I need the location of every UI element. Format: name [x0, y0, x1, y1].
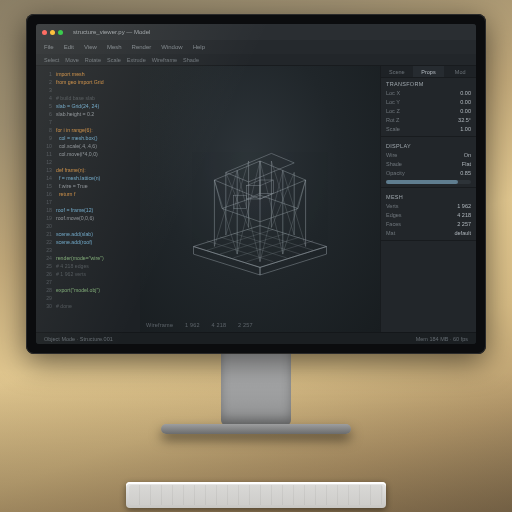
property-row[interactable]: Loc Y0.00 — [381, 97, 476, 106]
svg-line-5 — [233, 237, 300, 258]
property-row[interactable]: Matdefault — [381, 228, 476, 237]
monitor-bezel: structure_viewer.py — Model File Edit Vi… — [26, 14, 486, 354]
viewport-faces: 2 257 — [238, 322, 253, 328]
code-editor[interactable]: 1import mesh2from geo import Grid34# bui… — [36, 66, 140, 332]
code-line[interactable]: 29 — [40, 294, 136, 302]
monitor-foot — [161, 424, 351, 434]
code-line[interactable]: 28export("model.obj") — [40, 286, 136, 294]
menu-edit[interactable]: Edit — [64, 44, 74, 50]
code-line[interactable]: 9 col = mesh.box() — [40, 134, 136, 142]
svg-line-3 — [207, 229, 273, 250]
property-row[interactable]: Edges4 218 — [381, 210, 476, 219]
window-controls — [42, 30, 63, 35]
close-icon[interactable] — [42, 30, 47, 35]
property-row[interactable]: Scale1.00 — [381, 124, 476, 133]
menubar: File Edit View Mesh Render Window Help — [36, 40, 476, 54]
panel-section-title: Transform — [381, 78, 476, 88]
svg-line-7 — [247, 229, 314, 250]
code-line[interactable]: 10 col.scale(.4,.4,6) — [40, 142, 136, 150]
toolbar: Select Move Rotate Scale Extrude Wirefra… — [36, 54, 476, 66]
code-line[interactable]: 5slab = Grid(24, 24) — [40, 102, 136, 110]
tool-scale[interactable]: Scale — [107, 57, 121, 63]
menu-help[interactable]: Help — [193, 44, 205, 50]
panel-section-title: Mesh — [381, 191, 476, 201]
minimize-icon[interactable] — [50, 30, 55, 35]
svg-line-8 — [233, 233, 300, 254]
titlebar: structure_viewer.py — Model — [36, 24, 476, 40]
svg-line-4 — [220, 233, 287, 254]
tool-rotate[interactable]: Rotate — [85, 57, 101, 63]
code-line[interactable]: 15 f.wire = True — [40, 182, 136, 190]
statusbar: Object Mode · Structure.001 Mem 184 MB ·… — [36, 332, 476, 344]
menu-window[interactable]: Window — [161, 44, 182, 50]
menu-view[interactable]: View — [84, 44, 97, 50]
property-row[interactable]: Rot Z32.5° — [381, 115, 476, 124]
code-line[interactable]: 30# done — [40, 302, 136, 310]
code-line[interactable]: 17 — [40, 198, 136, 206]
code-line[interactable]: 27 — [40, 278, 136, 286]
code-line[interactable]: 6slab.height = 0.2 — [40, 110, 136, 118]
panel-tabs: Scene Props Mod — [381, 66, 476, 78]
code-line[interactable]: 19roof.move(0,0,6) — [40, 214, 136, 222]
window-title: structure_viewer.py — Model — [73, 29, 150, 35]
svg-line-10 — [207, 241, 273, 262]
viewport-edges: 4 218 — [211, 322, 226, 328]
code-line[interactable]: 1import mesh — [40, 70, 136, 78]
code-line[interactable]: 3 — [40, 86, 136, 94]
maximize-icon[interactable] — [58, 30, 63, 35]
code-line[interactable]: 23 — [40, 246, 136, 254]
property-row[interactable]: Loc Z0.00 — [381, 106, 476, 115]
svg-line-9 — [220, 237, 287, 258]
code-line[interactable]: 20 — [40, 222, 136, 230]
code-line[interactable]: 13def frame(n): — [40, 166, 136, 174]
tab-mod[interactable]: Mod — [444, 66, 476, 77]
tool-move[interactable]: Move — [65, 57, 78, 63]
content-area: 1import mesh2from geo import Grid34# bui… — [36, 66, 476, 332]
code-line[interactable]: 2from geo import Grid — [40, 78, 136, 86]
menu-mesh[interactable]: Mesh — [107, 44, 122, 50]
code-line[interactable]: 14 f = mesh.lattice(n) — [40, 174, 136, 182]
code-line[interactable]: 4# build base slab — [40, 94, 136, 102]
menu-render[interactable]: Render — [132, 44, 152, 50]
code-line[interactable]: 12 — [40, 158, 136, 166]
status-right: Mem 184 MB · 60 fps — [416, 336, 468, 342]
code-line[interactable]: 21scene.add(slab) — [40, 230, 136, 238]
tool-select[interactable]: Select — [44, 57, 59, 63]
code-line[interactable]: 7 — [40, 118, 136, 126]
tool-shade[interactable]: Shade — [183, 57, 199, 63]
code-line[interactable]: 8for i in range(6): — [40, 126, 136, 134]
app-window: structure_viewer.py — Model File Edit Vi… — [36, 24, 476, 344]
property-row[interactable]: Opacity0.85 — [381, 168, 476, 177]
code-line[interactable]: 22scene.add(roof) — [40, 238, 136, 246]
property-row[interactable]: Verts1 962 — [381, 201, 476, 210]
menu-file[interactable]: File — [44, 44, 54, 50]
wireframe-model-icon — [165, 104, 355, 294]
property-row[interactable]: Faces2 257 — [381, 219, 476, 228]
svg-line-6 — [247, 241, 314, 262]
property-row[interactable]: ShadeFlat — [381, 159, 476, 168]
monitor-stand — [221, 352, 291, 426]
properties-panel: Scene Props Mod TransformLoc X0.00Loc Y0… — [380, 66, 476, 332]
keyboard — [126, 482, 386, 508]
status-left: Object Mode · Structure.001 — [44, 336, 113, 342]
code-line[interactable]: 25# 4 218 edges — [40, 262, 136, 270]
panel-section-title: Display — [381, 140, 476, 150]
viewport-stats: Wireframe 1 962 4 218 2 257 — [146, 322, 263, 328]
property-row[interactable]: Loc X0.00 — [381, 88, 476, 97]
opacity-slider[interactable] — [386, 180, 471, 184]
tab-props[interactable]: Props — [413, 66, 445, 77]
viewport-verts: 1 962 — [185, 322, 200, 328]
code-line[interactable]: 11 col.move(i*4,0,0) — [40, 150, 136, 158]
3d-viewport[interactable]: Wireframe 1 962 4 218 2 257 — [140, 66, 380, 332]
tool-wire[interactable]: Wireframe — [152, 57, 177, 63]
property-row[interactable]: WireOn — [381, 150, 476, 159]
viewport-mode: Wireframe — [146, 322, 173, 328]
tool-extrude[interactable]: Extrude — [127, 57, 146, 63]
code-line[interactable]: 26# 1 962 verts — [40, 270, 136, 278]
code-line[interactable]: 16 return f — [40, 190, 136, 198]
code-line[interactable]: 18roof = frame(12) — [40, 206, 136, 214]
code-line[interactable]: 24render(mode="wire") — [40, 254, 136, 262]
tab-scene[interactable]: Scene — [381, 66, 413, 77]
